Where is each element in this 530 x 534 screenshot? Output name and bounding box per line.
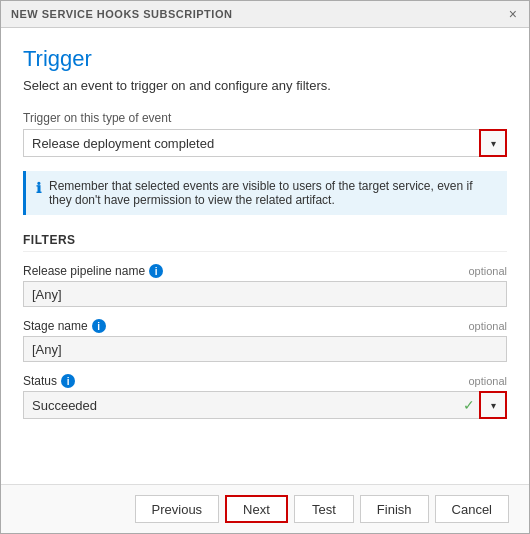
info-icon: ℹ: [36, 180, 41, 207]
previous-button[interactable]: Previous: [135, 495, 220, 523]
dialog-body: Trigger Select an event to trigger on an…: [1, 28, 529, 484]
cancel-button[interactable]: Cancel: [435, 495, 509, 523]
filter-row-status: Status i optional Succeeded ✓ ▾: [23, 374, 507, 419]
dialog-titlebar: NEW SERVICE HOOKS SUBSCRIPTION ×: [1, 1, 529, 28]
stage-info-icon[interactable]: i: [92, 319, 106, 333]
filter-row-pipeline: Release pipeline name i optional: [23, 264, 507, 307]
status-select-wrapper: Succeeded ✓ ▾: [23, 391, 507, 419]
trigger-field-group: Trigger on this type of event Release de…: [23, 111, 507, 157]
info-box: ℹ Remember that selected events are visi…: [23, 171, 507, 215]
test-button[interactable]: Test: [294, 495, 354, 523]
pipeline-optional-label: optional: [468, 265, 507, 277]
dialog-footer: Previous Next Test Finish Cancel: [1, 484, 529, 533]
checkmark-icon: ✓: [463, 397, 475, 413]
filter-row-stage: Stage name i optional: [23, 319, 507, 362]
filter-label-status: Status i: [23, 374, 75, 388]
status-info-icon[interactable]: i: [61, 374, 75, 388]
status-optional-label: optional: [468, 375, 507, 387]
dialog-title: NEW SERVICE HOOKS SUBSCRIPTION: [11, 8, 232, 20]
info-text: Remember that selected events are visibl…: [49, 179, 497, 207]
filter-label-row-pipeline: Release pipeline name i optional: [23, 264, 507, 278]
status-select[interactable]: Succeeded: [23, 391, 507, 419]
dialog: NEW SERVICE HOOKS SUBSCRIPTION × Trigger…: [0, 0, 530, 534]
close-button[interactable]: ×: [507, 7, 519, 21]
filter-label-stage: Stage name i: [23, 319, 106, 333]
filter-label-row-status: Status i optional: [23, 374, 507, 388]
trigger-select[interactable]: Release deployment completed: [23, 129, 507, 157]
section-subtitle: Select an event to trigger on and config…: [23, 78, 507, 93]
filter-label-pipeline: Release pipeline name i: [23, 264, 163, 278]
section-title: Trigger: [23, 46, 507, 72]
stage-input[interactable]: [23, 336, 507, 362]
filters-heading: FILTERS: [23, 233, 507, 252]
filter-label-row-stage: Stage name i optional: [23, 319, 507, 333]
trigger-select-wrapper: Release deployment completed ▾: [23, 129, 507, 157]
stage-optional-label: optional: [468, 320, 507, 332]
finish-button[interactable]: Finish: [360, 495, 429, 523]
pipeline-input[interactable]: [23, 281, 507, 307]
next-button[interactable]: Next: [225, 495, 288, 523]
pipeline-info-icon[interactable]: i: [149, 264, 163, 278]
trigger-label: Trigger on this type of event: [23, 111, 507, 125]
